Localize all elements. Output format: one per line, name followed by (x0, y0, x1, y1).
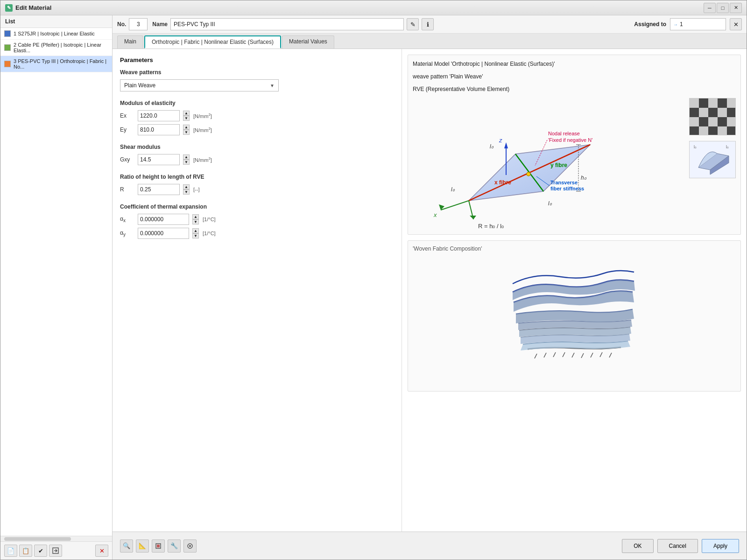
tab-material-values[interactable]: Material Values (282, 35, 334, 49)
svg-text:y: y (475, 218, 479, 219)
ay-spin-up[interactable]: ▲ (192, 228, 199, 233)
r-label: R (120, 186, 134, 193)
rve-section: Material Model 'Orthotropic | Nonlinear … (408, 55, 741, 235)
list-item-color-1 (4, 30, 11, 37)
svg-rect-43 (718, 117, 727, 126)
ay-unit: [1/°C] (203, 231, 216, 236)
bottom-tools: 🔍 📐 🔧 (120, 539, 197, 553)
config-tool[interactable] (183, 539, 197, 553)
list-item-label-3: 3 PES-PVC Typ III | Orthotropic | Fabric… (14, 58, 108, 70)
ay-input[interactable]: 0.000000 (138, 228, 189, 239)
assigned-close-button[interactable]: ✕ (730, 18, 742, 30)
tab-orthotropic[interactable]: Orthotropic | Fabric | Nonlinear Elastic… (144, 35, 281, 49)
rve-diagram-svg: x y (413, 98, 609, 219)
ey-spin-down[interactable]: ▼ (183, 130, 190, 135)
list-item-1[interactable]: 1 S275JR | Isotropic | Linear Elastic (0, 28, 112, 40)
apply-button[interactable]: Apply (702, 539, 739, 553)
r-spin-down[interactable]: ▼ (183, 189, 190, 195)
svg-line-57 (563, 352, 565, 357)
ay-value: 0.000000 (140, 230, 163, 237)
maximize-button[interactable]: □ (717, 3, 729, 13)
delete-material-button[interactable]: ✕ (95, 545, 108, 557)
list-item-3[interactable]: 3 PES-PVC Typ III | Orthotropic | Fabric… (0, 56, 112, 72)
zoom-tool[interactable]: 🔍 (120, 539, 133, 553)
r-input[interactable]: 0.25 (138, 184, 180, 195)
ex-spin-down[interactable]: ▼ (183, 116, 190, 121)
main-content: List 1 S275JR | Isotropic | Linear Elast… (0, 15, 747, 560)
bottom-bar: 🔍 📐 🔧 OK Cancel Apply (113, 532, 747, 560)
svg-text:x fibre: x fibre (494, 179, 511, 186)
gxy-spin-down[interactable]: ▼ (183, 160, 190, 165)
copy-material-button[interactable]: 📋 (19, 545, 32, 557)
ey-spin-up[interactable]: ▲ (183, 125, 190, 130)
svg-rect-34 (727, 98, 736, 108)
svg-rect-36 (699, 108, 708, 117)
ey-input[interactable]: 810.0 (138, 124, 180, 135)
shape-thumbnail: l₀ l₀ (689, 141, 736, 178)
svg-rect-30 (690, 98, 699, 108)
edit-name-button[interactable]: ✎ (407, 18, 419, 30)
ax-unit: [1/°C] (203, 217, 216, 222)
ay-spin-down[interactable]: ▼ (192, 233, 199, 238)
svg-line-56 (553, 352, 556, 357)
weave-pattern-dropdown-row: Plain Weave ▼ (120, 79, 394, 91)
right-panel: No. 3 Name PES-PVC Typ III ✎ ℹ Assigned … (113, 15, 747, 560)
ok-small-button[interactable]: ✔ (34, 545, 47, 557)
ex-value: 1220.0 (140, 112, 157, 119)
ax-spin-down[interactable]: ▼ (192, 219, 199, 224)
ratio-group: Ratio of height to length of RVE R 0.25 … (120, 174, 394, 195)
list-item-2[interactable]: 2 Cable PE (Pfeifer) | Isotropic | Linea… (0, 40, 112, 56)
settings-tool[interactable]: 🔧 (168, 539, 181, 553)
svg-rect-38 (718, 108, 727, 117)
title-bar-left: ✎ Edit Material (5, 4, 51, 12)
r-spin-up[interactable]: ▲ (183, 184, 190, 189)
new-material-button[interactable]: 📄 (4, 545, 17, 557)
close-button[interactable]: ✕ (730, 3, 742, 13)
no-field: No. 3 (117, 18, 148, 30)
assigned-value-box: → 1 (670, 18, 726, 30)
weave-pattern-value: Plain Weave (124, 82, 155, 89)
composition-title: 'Woven Fabric Composition' (413, 245, 736, 252)
ex-spin-up[interactable]: ▲ (183, 111, 190, 116)
ax-spin-up[interactable]: ▲ (192, 214, 199, 219)
sidebar-scroll-thumb (4, 537, 71, 541)
thermal-label: Coefficient of thermal expansion (120, 203, 394, 210)
svg-text:fiber stiffness: fiber stiffness (550, 186, 584, 191)
title-controls: ─ □ ✕ (704, 3, 742, 13)
info-button[interactable]: ℹ (422, 18, 434, 30)
weave-patterns-group: Weave patterns Plain Weave ▼ (120, 69, 394, 91)
svg-line-54 (535, 354, 537, 358)
svg-marker-12 (504, 142, 508, 148)
name-input[interactable]: PES-PVC Typ III (170, 18, 404, 30)
gxy-input[interactable]: 14.5 (138, 154, 180, 165)
r-unit: [--] (193, 187, 199, 192)
params-panel: Parameters Weave patterns Plain Weave ▼ (113, 49, 402, 532)
modulus-group: Modulus of elasticity Ex 1220.0 ▲ ▼ [N/m… (120, 100, 394, 135)
svg-rect-64 (157, 545, 160, 547)
ey-label: Ey (120, 126, 134, 133)
action-buttons: OK Cancel Apply (622, 539, 739, 553)
assigned-number: 1 (680, 21, 683, 28)
ax-input[interactable]: 0.000000 (138, 214, 189, 225)
select-tool[interactable] (152, 539, 165, 553)
list-item-label-2: 2 Cable PE (Pfeifer) | Isotropic | Linea… (14, 42, 108, 53)
weave-pattern-dropdown[interactable]: Plain Weave ▼ (120, 79, 279, 91)
gxy-spin-up[interactable]: ▲ (183, 154, 190, 160)
svg-line-59 (581, 353, 584, 358)
measure-tool[interactable]: 📐 (136, 539, 149, 553)
minimize-button[interactable]: ─ (704, 3, 716, 13)
ok-button[interactable]: OK (622, 539, 653, 553)
sidebar: List 1 S275JR | Isotropic | Linear Elast… (0, 15, 113, 560)
svg-rect-32 (708, 98, 718, 108)
weave-patterns-label: Weave patterns (120, 69, 394, 76)
gxy-value: 14.5 (140, 156, 151, 163)
ex-input[interactable]: 1220.0 (138, 110, 180, 121)
cancel-button[interactable]: Cancel (657, 539, 698, 553)
sidebar-scrollbar[interactable] (0, 536, 112, 541)
svg-text:x: x (433, 211, 437, 218)
svg-rect-31 (699, 98, 708, 108)
svg-rect-33 (718, 98, 727, 108)
import-button[interactable] (49, 545, 62, 557)
ex-unit: [N/mm2] (193, 112, 212, 119)
tab-main[interactable]: Main (117, 35, 143, 49)
